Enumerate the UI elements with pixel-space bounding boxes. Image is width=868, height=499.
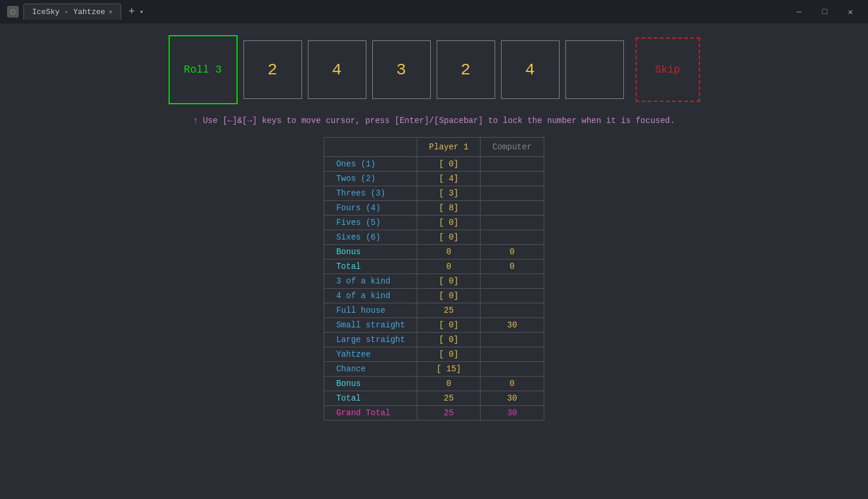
- table-row[interactable]: Yahtzee[ 0]: [324, 347, 544, 362]
- die-2[interactable]: 4: [308, 40, 366, 99]
- tab-chevron-button[interactable]: ▾: [139, 8, 143, 16]
- row-computer-value: [481, 289, 544, 303]
- row-label: Threes (3): [324, 186, 417, 201]
- table-row[interactable]: Bonus00: [324, 245, 544, 259]
- row-label: Bonus: [324, 245, 417, 259]
- die-1[interactable]: 2: [243, 40, 302, 99]
- header-category: [324, 138, 417, 157]
- row-player1-value[interactable]: [ 0]: [417, 289, 481, 303]
- row-computer-value: 0: [481, 245, 544, 259]
- row-computer-value: [481, 186, 544, 201]
- table-row[interactable]: 3 of a kind[ 0]: [324, 274, 544, 289]
- row-label: Small straight: [324, 318, 417, 333]
- table-row[interactable]: Sixes (6)[ 0]: [324, 230, 544, 245]
- row-label: 3 of a kind: [324, 274, 417, 289]
- row-label: Chance: [324, 362, 417, 377]
- tab-close-button[interactable]: ×: [109, 9, 113, 16]
- row-label: Bonus: [324, 377, 417, 391]
- row-computer-value: 30: [481, 406, 544, 421]
- row-player1-value[interactable]: [ 0]: [417, 318, 481, 333]
- scorecard-wrapper: Player 1 Computer Ones (1)[ 0]Twos (2)[ …: [0, 137, 868, 421]
- table-row[interactable]: Twos (2)[ 4]: [324, 172, 544, 186]
- tab-yahtzee[interactable]: IceSky - Yahtzee ×: [23, 4, 121, 20]
- row-label: Twos (2): [324, 172, 417, 186]
- tab-label: IceSky - Yahtzee: [32, 8, 105, 16]
- die-3[interactable]: 3: [372, 40, 431, 99]
- row-player1-value[interactable]: [ 0]: [417, 347, 481, 362]
- header-player1: Player 1: [417, 138, 481, 157]
- table-row[interactable]: Grand Total2530: [324, 406, 544, 421]
- row-player1-value[interactable]: [ 0]: [417, 230, 481, 245]
- table-row[interactable]: Large straight[ 0]: [324, 333, 544, 347]
- app-icon: ⬡: [7, 6, 19, 18]
- row-player1-value[interactable]: [ 8]: [417, 201, 481, 216]
- row-player1-value[interactable]: 0: [417, 259, 481, 274]
- row-label: Fours (4): [324, 201, 417, 216]
- row-player1-value[interactable]: [ 0]: [417, 157, 481, 172]
- table-row[interactable]: Bonus00: [324, 377, 544, 391]
- table-row[interactable]: 4 of a kind[ 0]: [324, 289, 544, 303]
- header-computer: Computer: [481, 138, 544, 157]
- row-player1-value[interactable]: [ 4]: [417, 172, 481, 186]
- row-computer-value: 0: [481, 377, 544, 391]
- row-computer-value: [481, 362, 544, 377]
- roll-button[interactable]: Roll 3: [169, 35, 238, 104]
- minimize-button[interactable]: —: [788, 0, 809, 23]
- die-6-empty: [565, 40, 624, 99]
- skip-button[interactable]: Skip: [636, 37, 700, 102]
- titlebar: ⬡ IceSky - Yahtzee × + ▾ — □ ✕: [0, 0, 868, 23]
- row-computer-value: [481, 303, 544, 318]
- add-tab-button[interactable]: +: [128, 6, 135, 18]
- row-label: Fives (5): [324, 216, 417, 230]
- row-computer-value: [481, 333, 544, 347]
- table-row[interactable]: Total2530: [324, 391, 544, 406]
- row-label: Ones (1): [324, 157, 417, 172]
- row-player1-value[interactable]: 0: [417, 245, 481, 259]
- row-player1-value[interactable]: 25: [417, 406, 481, 421]
- die-4[interactable]: 2: [437, 40, 495, 99]
- table-row[interactable]: Full house25: [324, 303, 544, 318]
- maximize-button[interactable]: □: [814, 0, 835, 23]
- die-5[interactable]: 4: [501, 40, 560, 99]
- table-row[interactable]: Chance[ 15]: [324, 362, 544, 377]
- table-row[interactable]: Fours (4)[ 8]: [324, 201, 544, 216]
- table-row[interactable]: Fives (5)[ 0]: [324, 216, 544, 230]
- row-computer-value: [481, 157, 544, 172]
- dice-area: Roll 3 2 4 3 2 4 Skip: [0, 35, 868, 104]
- row-computer-value: [481, 201, 544, 216]
- table-row[interactable]: Threes (3)[ 3]: [324, 186, 544, 201]
- instructions-text: ↑ Use [←]&[→] keys to move cursor, press…: [0, 116, 868, 125]
- row-player1-value[interactable]: [ 3]: [417, 186, 481, 201]
- row-computer-value: 0: [481, 259, 544, 274]
- row-player1-value[interactable]: [ 0]: [417, 216, 481, 230]
- row-label: Full house: [324, 303, 417, 318]
- row-computer-value: [481, 216, 544, 230]
- table-row[interactable]: Total00: [324, 259, 544, 274]
- row-player1-value[interactable]: [ 0]: [417, 333, 481, 347]
- row-computer-value: [481, 172, 544, 186]
- row-computer-value: 30: [481, 318, 544, 333]
- close-window-button[interactable]: ✕: [840, 0, 861, 23]
- row-label: Total: [324, 259, 417, 274]
- row-label: 4 of a kind: [324, 289, 417, 303]
- row-label: Grand Total: [324, 406, 417, 421]
- row-computer-value: [481, 347, 544, 362]
- table-row[interactable]: Ones (1)[ 0]: [324, 157, 544, 172]
- scorecard-table: Player 1 Computer Ones (1)[ 0]Twos (2)[ …: [324, 137, 544, 421]
- row-label: Sixes (6): [324, 230, 417, 245]
- row-player1-value[interactable]: 0: [417, 377, 481, 391]
- row-player1-value[interactable]: 25: [417, 391, 481, 406]
- row-computer-value: [481, 230, 544, 245]
- row-label: Yahtzee: [324, 347, 417, 362]
- row-label: Total: [324, 391, 417, 406]
- row-label: Large straight: [324, 333, 417, 347]
- table-row[interactable]: Small straight[ 0]30: [324, 318, 544, 333]
- row-player1-value[interactable]: [ 15]: [417, 362, 481, 377]
- main-content: Roll 3 2 4 3 2 4 Skip ↑ Use [←]&[→] keys…: [0, 23, 868, 421]
- row-player1-value[interactable]: 25: [417, 303, 481, 318]
- row-computer-value: [481, 274, 544, 289]
- row-computer-value: 30: [481, 391, 544, 406]
- row-player1-value[interactable]: [ 0]: [417, 274, 481, 289]
